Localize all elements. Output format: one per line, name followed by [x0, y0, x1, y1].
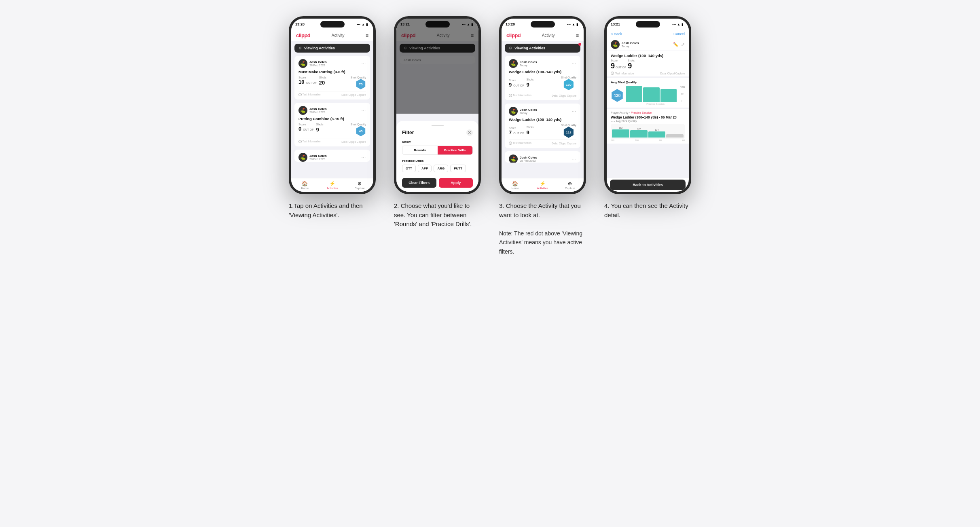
chart-bars-4: [626, 86, 677, 102]
out-of-3-1: OUT OF: [513, 84, 524, 87]
nav-home-1[interactable]: 🏠 Home: [291, 181, 319, 190]
detail-user-row-4: ⛳ Josh Coles Today ✏️ ⤢: [607, 38, 689, 51]
card-footer-3-2: i Test Information Data: Clippd Capture: [509, 140, 576, 145]
avatar-3-2: ⛳: [509, 107, 518, 116]
filter-modal: Filter ✕ Show Rounds Practice Drills Pra…: [396, 121, 478, 192]
card-footer-1-1: i Test Information Data: Clippd Capture: [298, 91, 366, 96]
signal-icon-4: ▪▪▪: [673, 23, 676, 26]
phone-notch-3: [531, 21, 555, 28]
shots-label-3-2: Shots: [527, 126, 534, 129]
user-info-4: ⛳ Josh Coles Today: [611, 40, 639, 49]
caption-2: 2. Choose what you'd like to see. You ca…: [394, 201, 481, 229]
session-label-4: Player Activity › Practice Session: [611, 111, 685, 114]
drill-detail-section: Wedge Ladder (100–140 yds) Score 9 OUT O…: [607, 51, 689, 76]
filter-app[interactable]: APP: [418, 165, 432, 172]
header-title-3: Activity: [542, 33, 555, 38]
wifi-icon-1: ▲: [362, 23, 365, 26]
nav-activities-3[interactable]: ⚡ Activities: [529, 181, 557, 190]
modal-close-btn[interactable]: ✕: [466, 129, 473, 136]
show-label: Show: [402, 140, 473, 144]
activity-card-1-1[interactable]: ⛳ Josh Coles 28 Feb 2023 ··· Must Make P…: [294, 56, 370, 99]
user-date-3-1: Today: [520, 64, 537, 67]
activities-icon-1: ⚡: [329, 181, 335, 186]
more-dots-1-1[interactable]: ···: [362, 61, 366, 66]
shots-val-3-2: 9: [527, 129, 529, 135]
filter-ott[interactable]: OTT: [402, 165, 416, 172]
battery-icon-1: ▮: [366, 23, 368, 26]
wifi-icon-4: ▲: [677, 23, 680, 26]
viewing-banner-3[interactable]: ⚙ Viewing Activities: [505, 44, 580, 53]
out-of-1-1: OUT OF: [306, 81, 316, 84]
y-label-50: 50: [681, 93, 685, 95]
nav-capture-3[interactable]: ⊕ Capture: [556, 181, 584, 190]
score-val-3-1: 9: [509, 82, 512, 88]
activities-label-3: Activities: [537, 187, 548, 190]
red-dot-3: [578, 43, 581, 46]
dim-overlay-2: [396, 19, 478, 114]
expand-icon-4[interactable]: ⤢: [681, 42, 685, 47]
score-val-3-2: 7: [509, 129, 512, 135]
bottom-nav-1: 🏠 Home ⚡ Activities ⊕ Capture: [291, 178, 373, 192]
viewing-banner-text-1: Viewing Activities: [304, 46, 335, 50]
caption-note-3: Note: The red dot above 'Viewing Activit…: [499, 230, 582, 255]
phone-notch-1: [320, 21, 345, 28]
activity-card-1-2[interactable]: ⛳ Josh Coles 28 Feb 2023 ··· Putting Com…: [294, 103, 370, 146]
user-name-3-1: Josh Coles: [520, 60, 537, 64]
back-btn-4[interactable]: < Back: [611, 32, 622, 36]
practice-drills-toggle[interactable]: Practice Drills: [438, 146, 473, 155]
more-dots-3-2[interactable]: ···: [572, 109, 576, 114]
drill-title-4: Wedge Ladder (100–140 yds): [611, 53, 685, 58]
apply-btn[interactable]: Apply: [439, 178, 473, 188]
info-circle-3-1: i: [509, 94, 512, 97]
more-dots-1-3[interactable]: ···: [362, 155, 366, 160]
filter-putt[interactable]: PUTT: [450, 165, 466, 172]
bar-group-1: 132: [612, 127, 629, 138]
more-dots-3-1[interactable]: ···: [572, 61, 576, 66]
hamburger-icon-1[interactable]: ≡: [366, 33, 368, 38]
avatar-1-2: ⛳: [298, 106, 307, 115]
avatar-1-3: ⛳: [298, 153, 307, 162]
clear-filters-btn[interactable]: Clear Filters: [402, 178, 436, 188]
hamburger-icon-3[interactable]: ≡: [576, 33, 579, 38]
viewing-banner-1[interactable]: ⚙ Viewing Activities: [294, 44, 370, 53]
shots-label-1-1: Shots: [319, 76, 326, 79]
nav-capture-1[interactable]: ⊕ Capture: [346, 181, 373, 190]
user-date-1-3: 28 Feb 2023: [309, 158, 327, 161]
header-title-1: Activity: [332, 33, 345, 38]
quality-hex-1-1: 75: [356, 79, 366, 89]
filter-arg[interactable]: ARG: [434, 165, 448, 172]
activity-card-3-1[interactable]: ⛳ Josh Coles Today ··· Wedge Ladder (100…: [505, 56, 580, 100]
more-dots-1-2[interactable]: ···: [362, 108, 366, 113]
edit-icon-4[interactable]: ✏️: [673, 42, 679, 47]
status-time-4: 13:21: [611, 22, 620, 26]
rounds-toggle[interactable]: Rounds: [402, 146, 438, 155]
shots-val-3-1: 9: [527, 82, 529, 88]
test-info-1-2: i Test Information: [298, 140, 321, 143]
quality-hex-4: 130: [611, 89, 624, 102]
chart-range-4: 140 100 80 60: [611, 139, 685, 142]
info-circle-1-2: i: [298, 140, 302, 143]
quality-hex-3-2: 118: [563, 127, 574, 138]
home-icon-3: 🏠: [512, 181, 518, 186]
logo-1: clippd: [296, 32, 310, 38]
bar-3: [660, 89, 677, 102]
drill-filters-group: OTT APP ARG PUTT: [402, 165, 473, 172]
modal-actions: Clear Filters Apply: [402, 178, 473, 188]
card-footer-3-1: i Test Information Data: Clippd Capture: [509, 92, 576, 97]
activity-card-3-2[interactable]: ⛳ Josh Coles Today ··· Wedge Ladder (100…: [505, 104, 580, 148]
phone-3: 13:20 ▪▪▪ ▲ ▮ clippd Activity ≡ ⚙: [499, 16, 586, 194]
drill-name-1-1: Must Make Putting (3-6 ft): [298, 70, 366, 74]
user-date-1-1: 28 Feb 2023: [309, 64, 327, 67]
cancel-btn-4[interactable]: Cancel: [673, 32, 685, 36]
user-info-1-1: ⛳ Josh Coles 28 Feb 2023: [298, 59, 327, 68]
test-info-3-2: i Test Information: [509, 142, 531, 145]
nav-home-3[interactable]: 🏠 Home: [502, 181, 529, 190]
nav-activities-1[interactable]: ⚡ Activities: [319, 181, 346, 190]
status-icons-3: ▪▪▪ ▲ ▮: [567, 23, 578, 26]
score-big-4: 9: [611, 62, 615, 70]
avatar-4: ⛳: [611, 40, 620, 49]
bar-group-2: 129: [630, 127, 648, 138]
app-header-1: clippd Activity ≡: [291, 30, 373, 41]
back-activities-btn[interactable]: Back to Activities: [610, 180, 686, 190]
more-dots-3-3[interactable]: ···: [572, 157, 576, 161]
